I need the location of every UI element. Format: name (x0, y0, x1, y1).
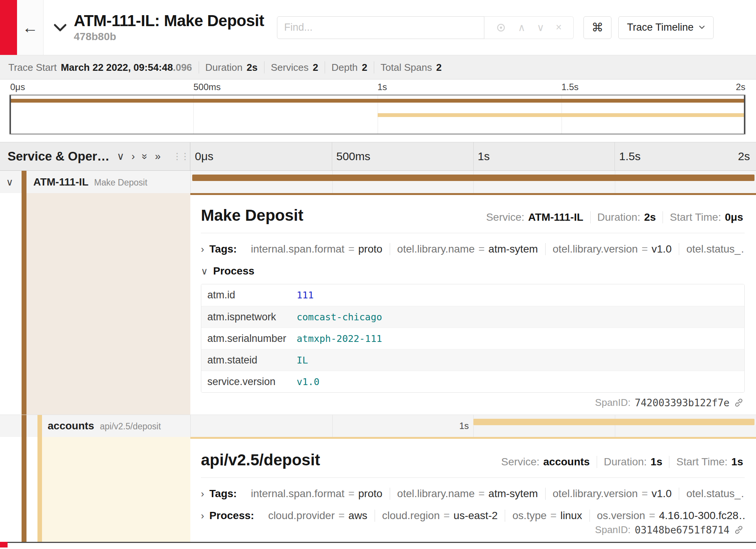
process-chevron-icon[interactable]: ∨ (201, 266, 208, 277)
tag-key: os.version (597, 510, 646, 522)
span-row-accounts[interactable]: accounts api/v2.5/deposit 1s (0, 415, 756, 437)
summary-total-spans: Total Spans 2 (374, 61, 448, 73)
span-detail-panel: Make Deposit Service: ATM-111-IL Duratio… (190, 193, 756, 415)
expand-all-icon[interactable]: » (155, 151, 160, 162)
trace-id: 478b80b (74, 31, 264, 43)
collapse-one-icon[interactable]: ∨ (117, 151, 124, 162)
span-duration-bar[interactable] (192, 175, 754, 181)
expand-one-icon[interactable]: › (131, 151, 135, 162)
meta-value: accounts (543, 456, 590, 468)
ruler-gridline (614, 142, 615, 170)
tags-section[interactable]: › Tags: internal.span.format = proto ote… (201, 488, 745, 500)
tag-eq: = (551, 510, 557, 522)
tags-section[interactable]: › Tags: internal.span.format = proto ote… (201, 243, 745, 255)
summary-label: Services (271, 61, 309, 73)
window-edge-accent (0, 542, 8, 547)
minimap-handle-left[interactable] (9, 95, 11, 134)
tag-value: proto (358, 243, 383, 255)
minimap-ticks: 0μs 500ms 1s 1.5s 2s (9, 82, 745, 93)
find-next-icon[interactable]: ∨ (537, 22, 544, 34)
minimap-tick: 1.5s (562, 82, 579, 92)
span-id-label: SpanID: (595, 524, 631, 536)
tag-key: otel.status_… (686, 243, 745, 255)
row-gridline (332, 171, 333, 193)
tag-value: atm-sytem (488, 243, 538, 255)
kv-key: atm.id (201, 289, 297, 301)
span-detail-gutter (0, 437, 190, 542)
summary-duration: Duration 2s (199, 61, 264, 73)
span-detail-gutter (0, 193, 190, 415)
row-gridline (473, 415, 474, 437)
find-clear-icon[interactable]: × (556, 22, 562, 33)
tag-item: otel.library.name = atm-sytem (390, 243, 545, 255)
tag-key: os.type (512, 510, 546, 522)
table-row: atm.ispnetwork comcast-chicago (201, 306, 744, 328)
span-duration-bar[interactable] (473, 419, 754, 425)
table-row: atm.stateid IL (201, 349, 744, 371)
kv-value: atmxph-2022-111 (297, 333, 382, 344)
window-bottom-edge (0, 542, 756, 548)
summary-value: 2 (436, 61, 442, 73)
detail-meta-duration: Duration: 1s (597, 456, 669, 468)
span-row-label-cell: ∨ ATM-111-IL Make Deposit (0, 171, 190, 193)
find-input[interactable] (277, 16, 484, 39)
minimap-handle-right[interactable] (744, 95, 745, 134)
tags-chevron-icon[interactable]: › (201, 488, 204, 499)
span-row-atm[interactable]: ∨ ATM-111-IL Make Deposit (0, 171, 756, 193)
tag-item: internal.span.format = proto (244, 243, 390, 255)
process-section[interactable]: ∨ Process (201, 265, 745, 277)
table-row: service.version v1.0 (201, 371, 744, 392)
meta-label: Duration: (604, 456, 647, 468)
trace-timeline-page: ← ATM-111-IL: Make Deposit 478b80b ∧ ∨ ×… (0, 0, 756, 549)
kv-value: comcast-chicago (297, 312, 382, 323)
parent-span-color-bar (22, 437, 26, 542)
span-detail-tint (42, 437, 190, 542)
span-id-row: SpanID: 03148be6751f8714 (595, 524, 744, 536)
span-color-bar (22, 171, 26, 193)
span-id-value: 742003393b122f7e (635, 397, 730, 409)
process-section[interactable]: › Process: cloud.provider = aws cloud.re… (201, 510, 745, 522)
tag-eq: = (348, 488, 354, 500)
row-gridline (615, 171, 615, 193)
tags-chevron-icon[interactable]: › (201, 244, 204, 255)
summary-depth: Depth 2 (325, 61, 374, 73)
summary-label: Total Spans (381, 61, 432, 73)
span-link-icon[interactable] (734, 525, 744, 535)
span-detail-accounts: api/v2.5/deposit Service: accounts Durat… (0, 437, 756, 542)
process-item: os.version = 4.16.10-300.fc28… (590, 510, 745, 522)
span-color-bar (37, 437, 42, 542)
span-link-icon[interactable] (734, 398, 744, 408)
span-detail-title: Make Deposit (201, 206, 303, 225)
column-resizer-grip[interactable]: ⋮⋮ (173, 151, 188, 162)
ruler-tick: 1.5s (619, 150, 641, 163)
tags-label: Tags: (209, 243, 237, 255)
timeline-header: Service & Oper… ∨ › » » ⋮⋮ 0μs 500ms 1s … (0, 142, 756, 171)
span-toggle-icon[interactable]: ∨ (6, 176, 13, 188)
table-row: atm.id 111 (201, 284, 744, 306)
trace-summary-bar: Trace Start March 22 2022, 09:54:48 .096… (0, 55, 756, 80)
keyboard-shortcuts-button[interactable]: ⌘ (583, 16, 611, 39)
view-selector-label: Trace Timeline (627, 22, 694, 33)
detail-meta-service: Service: accounts (495, 456, 597, 468)
tag-key: otel.library.name (397, 488, 475, 500)
tag-item: otel.status_… (679, 488, 745, 500)
meta-value: ATM-111-IL (528, 211, 583, 223)
divider (201, 477, 745, 478)
collapse-all-icon[interactable]: » (140, 153, 150, 159)
tag-value: us-east-2 (454, 510, 498, 522)
process-label: Process: (209, 510, 254, 522)
view-selector-button[interactable]: Trace Timeline (618, 16, 714, 39)
process-chevron-icon[interactable]: › (201, 510, 204, 521)
summary-label: Depth (331, 61, 358, 73)
detail-meta-start-time: Start Time: 1s (669, 456, 745, 468)
find-locate-icon[interactable] (496, 22, 506, 33)
back-button[interactable]: ← (17, 0, 44, 55)
tag-value: 4.16.10-300.fc28… (659, 510, 745, 522)
meta-value: 2s (644, 211, 656, 223)
minimap-canvas[interactable] (9, 95, 745, 134)
kv-value: IL (297, 355, 308, 366)
kv-key: atm.serialnumber (201, 333, 297, 345)
process-label: Process (213, 265, 254, 277)
find-prev-icon[interactable]: ∧ (518, 22, 526, 34)
trace-collapse-button[interactable] (53, 22, 68, 33)
